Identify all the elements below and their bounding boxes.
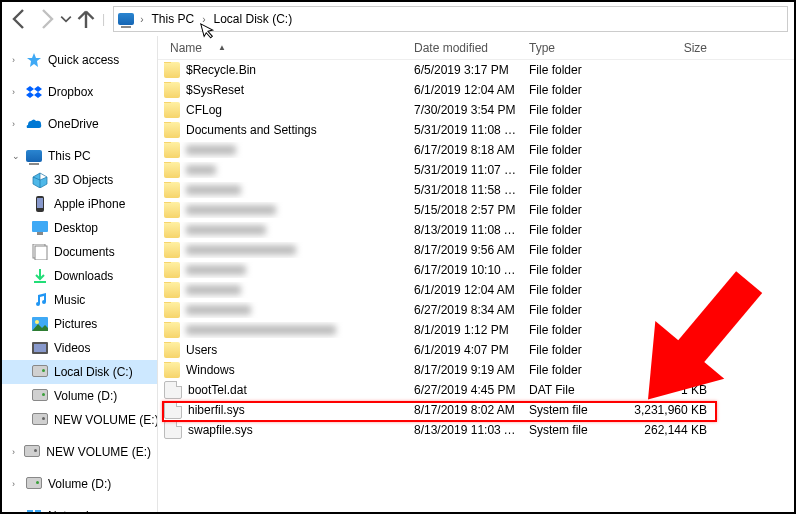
chevron-right-icon[interactable]: › — [200, 14, 207, 25]
sidebar-item-label: Videos — [54, 341, 90, 355]
file-name-label — [186, 225, 266, 235]
file-row[interactable]: Windows8/17/2019 9:19 AMFile folder — [158, 360, 794, 380]
sort-asc-icon: ▲ — [212, 43, 232, 52]
sidebar-item-label: Music — [54, 293, 85, 307]
sidebar-documents[interactable]: Documents — [2, 240, 157, 264]
file-name-label — [186, 245, 296, 255]
cell-type: File folder — [523, 203, 618, 217]
chevron-right-icon: › — [12, 119, 20, 129]
column-type[interactable]: Type — [523, 41, 618, 55]
sidebar-quick-access[interactable]: › Quick access — [2, 48, 157, 72]
sidebar-dropbox[interactable]: › Dropbox — [2, 80, 157, 104]
sidebar-apple-iphone[interactable]: Apple iPhone — [2, 192, 157, 216]
file-row[interactable]: 8/13/2019 11:08 AMFile folder — [158, 220, 794, 240]
sidebar-pictures[interactable]: Pictures — [2, 312, 157, 336]
svg-rect-10 — [34, 344, 46, 352]
file-name-label: $Recycle.Bin — [186, 63, 256, 77]
breadcrumb-local-disk[interactable]: Local Disk (C:) — [212, 8, 295, 30]
file-row[interactable]: bootTel.dat6/27/2019 4:45 PMDAT File1 KB — [158, 380, 794, 400]
sidebar-item-label: Volume (D:) — [54, 389, 117, 403]
file-name-label: Documents and Settings — [186, 123, 317, 137]
sidebar-volume-d-2[interactable]: › Volume (D:) — [2, 472, 157, 496]
drive-icon — [26, 476, 42, 492]
sidebar-new-volume-e[interactable]: NEW VOLUME (E:) — [2, 408, 157, 432]
usb-drive-icon — [32, 412, 48, 428]
file-name-label — [186, 165, 216, 175]
file-row[interactable]: 6/17/2019 10:10 AMFile folder — [158, 260, 794, 280]
cell-date: 7/30/2019 3:54 PM — [408, 103, 523, 117]
file-name-label: hiberfil.sys — [188, 403, 245, 417]
cell-type: File folder — [523, 303, 618, 317]
sidebar-local-disk-c[interactable]: Local Disk (C:) — [2, 360, 157, 384]
forward-button[interactable] — [34, 7, 58, 31]
usb-drive-icon — [24, 444, 40, 460]
file-row[interactable]: CFLog7/30/2019 3:54 PMFile folder — [158, 100, 794, 120]
sidebar-videos[interactable]: Videos — [2, 336, 157, 360]
chevron-right-icon: › — [12, 87, 20, 97]
chevron-right-icon[interactable]: › — [138, 14, 145, 25]
sidebar-music[interactable]: Music — [2, 288, 157, 312]
file-row[interactable]: 6/17/2019 8:18 AMFile folder — [158, 140, 794, 160]
folder-icon — [164, 202, 180, 218]
cell-name: CFLog — [158, 102, 408, 118]
cell-type: System file — [523, 403, 618, 417]
file-row[interactable]: $Recycle.Bin6/5/2019 3:17 PMFile folder — [158, 60, 794, 80]
cell-name: Windows — [158, 362, 408, 378]
file-row[interactable]: 5/31/2019 11:07 PMFile folder — [158, 160, 794, 180]
cell-date: 8/17/2019 9:19 AM — [408, 363, 523, 377]
file-row[interactable]: 8/1/2019 1:12 PMFile folder — [158, 320, 794, 340]
sidebar-onedrive[interactable]: › OneDrive — [2, 112, 157, 136]
cell-name: Users — [158, 342, 408, 358]
sidebar-item-label: Quick access — [48, 53, 119, 67]
address-bar[interactable]: › This PC › Local Disk (C:) — [113, 6, 788, 32]
cell-date: 8/17/2019 9:56 AM — [408, 243, 523, 257]
svg-rect-11 — [27, 510, 33, 514]
folder-icon — [164, 162, 180, 178]
back-button[interactable] — [8, 7, 32, 31]
folder-icon — [164, 282, 180, 298]
file-row[interactable]: hiberfil.sys8/17/2019 8:02 AMSystem file… — [158, 400, 794, 420]
recent-dropdown[interactable] — [60, 7, 72, 31]
svg-rect-5 — [35, 246, 47, 260]
file-row[interactable]: 5/31/2018 11:58 PMFile folder — [158, 180, 794, 200]
file-row[interactable]: 8/17/2019 9:56 AMFile folder — [158, 240, 794, 260]
sidebar-network[interactable]: › Network — [2, 504, 157, 514]
up-button[interactable] — [74, 7, 98, 31]
column-name[interactable]: Name▲ — [158, 41, 408, 55]
folder-icon — [164, 322, 180, 338]
sidebar-downloads[interactable]: Downloads — [2, 264, 157, 288]
file-row[interactable]: swapfile.sys8/13/2019 11:03 AMSystem fil… — [158, 420, 794, 440]
cell-name: $Recycle.Bin — [158, 62, 408, 78]
column-date[interactable]: Date modified — [408, 41, 523, 55]
breadcrumb-this-pc[interactable]: This PC — [149, 8, 196, 30]
file-row[interactable]: 6/27/2019 8:34 AMFile folder — [158, 300, 794, 320]
sidebar-desktop[interactable]: Desktop — [2, 216, 157, 240]
sidebar-item-label: Network — [48, 509, 92, 514]
network-icon — [26, 508, 42, 514]
cell-type: File folder — [523, 243, 618, 257]
file-row[interactable]: Users6/1/2019 4:07 PMFile folder — [158, 340, 794, 360]
sidebar-3d-objects[interactable]: 3D Objects — [2, 168, 157, 192]
cell-size: 3,231,960 KB — [618, 403, 713, 417]
cell-size: 1 KB — [618, 383, 713, 397]
cell-date: 5/15/2018 2:57 PM — [408, 203, 523, 217]
file-row[interactable]: 6/1/2019 12:04 AMFile folder — [158, 280, 794, 300]
folder-icon — [164, 262, 180, 278]
cell-name: swapfile.sys — [158, 421, 408, 439]
folder-icon — [164, 82, 180, 98]
column-size[interactable]: Size — [618, 41, 713, 55]
desktop-icon — [32, 220, 48, 236]
file-row[interactable]: 5/15/2018 2:57 PMFile folder — [158, 200, 794, 220]
file-row[interactable]: $SysReset6/1/2019 12:04 AMFile folder — [158, 80, 794, 100]
cell-name: Documents and Settings — [158, 122, 408, 138]
cell-date: 6/27/2019 8:34 AM — [408, 303, 523, 317]
file-name-label — [186, 205, 276, 215]
folder-icon — [164, 122, 180, 138]
file-name-label — [186, 145, 236, 155]
file-name-label — [186, 265, 246, 275]
sidebar-this-pc[interactable]: ⌄ This PC — [2, 144, 157, 168]
file-row[interactable]: Documents and Settings5/31/2019 11:08 PM… — [158, 120, 794, 140]
drive-icon — [32, 388, 48, 404]
sidebar-new-volume-e-2[interactable]: › NEW VOLUME (E:) — [2, 440, 157, 464]
sidebar-volume-d[interactable]: Volume (D:) — [2, 384, 157, 408]
